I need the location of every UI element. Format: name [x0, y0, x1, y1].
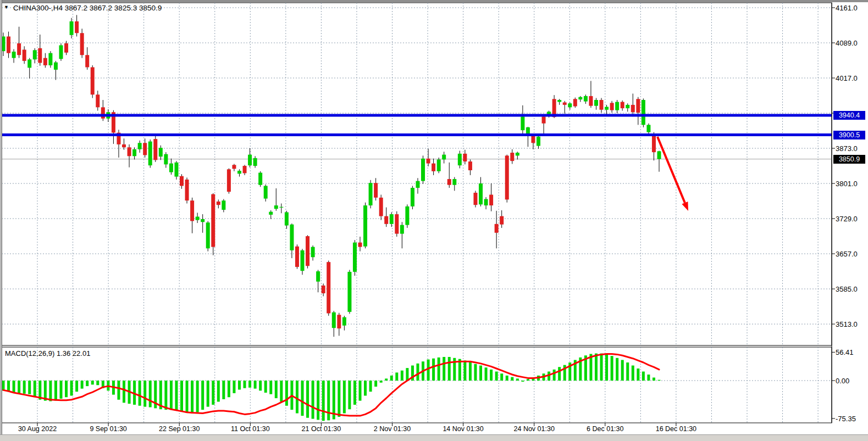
bear-candle — [358, 243, 362, 247]
macd-bar — [70, 381, 73, 395]
macd-bar — [479, 366, 482, 381]
bear-candle — [232, 165, 236, 169]
macd-bar — [191, 381, 193, 414]
macd-axis-label: -75.35 — [836, 414, 856, 422]
price-badge: 3850.9 — [833, 155, 865, 164]
mt4-chart-window: ▼ CHINA300-,H4 3867.2 3867.2 3825.3 3850… — [0, 0, 868, 441]
macd-bar — [2, 381, 5, 390]
price-axis-label: 3513.0 — [836, 320, 858, 328]
price-axis-label: 3585.0 — [836, 285, 858, 293]
macd-bar — [285, 381, 288, 406]
bear-candle — [610, 103, 614, 110]
bull-candle — [248, 155, 252, 166]
bear-candle — [473, 193, 477, 205]
price-axis-label: 4089.0 — [836, 39, 858, 47]
macd-bar — [390, 376, 393, 381]
macd-bar — [96, 381, 99, 385]
macd-bar — [275, 381, 278, 398]
price-badge: 3940.4 — [833, 111, 865, 120]
bull-candle — [642, 100, 645, 125]
bull-candle — [578, 97, 582, 99]
bull-candle — [237, 171, 241, 174]
bull-candle — [264, 186, 268, 198]
macd-bar — [7, 381, 10, 392]
macd-bar — [621, 360, 624, 381]
bull-candle — [148, 142, 152, 166]
bear-candle — [185, 180, 189, 200]
bull-candle — [363, 205, 367, 247]
macd-bar — [521, 381, 524, 382]
bear-candle — [190, 200, 194, 221]
bear-candle — [153, 139, 157, 160]
bull-candle — [174, 163, 178, 177]
bear-candle — [17, 43, 21, 55]
bull-candle — [196, 216, 200, 220]
macd-bar — [600, 354, 603, 381]
bull-candle — [138, 143, 142, 149]
chart-canvas[interactable] — [0, 0, 868, 441]
bull-candle — [353, 243, 357, 272]
bear-candle — [306, 236, 309, 266]
bull-candle — [347, 272, 351, 312]
time-axis-label: 14 Nov 01:30 — [443, 425, 483, 433]
macd-bar — [369, 381, 372, 392]
macd-bar — [653, 378, 655, 381]
bear-candle — [85, 55, 89, 67]
bear-candle — [80, 33, 84, 55]
main-chart-panel[interactable] — [2, 3, 832, 345]
time-axis-label: 6 Dec 01:30 — [587, 425, 623, 433]
bull-candle — [421, 159, 425, 181]
bear-candle — [64, 43, 68, 53]
bear-candle — [337, 315, 341, 328]
macd-bar — [222, 381, 225, 399]
bull-candle — [269, 212, 273, 215]
macd-indicator-label: MACD(12,26,9) 1.36 22.01 — [5, 349, 90, 358]
bear-candle — [621, 102, 624, 109]
macd-panel[interactable] — [2, 347, 832, 423]
bear-candle — [96, 94, 99, 107]
macd-bar — [13, 381, 15, 393]
macd-bar — [516, 378, 519, 381]
macd-bar — [353, 381, 356, 405]
macd-bar — [401, 371, 403, 381]
bull-candle — [400, 225, 404, 234]
bull-candle — [279, 207, 283, 208]
macd-bar — [611, 356, 613, 381]
bear-candle — [379, 198, 383, 216]
bear-candle — [227, 169, 231, 192]
bull-candle — [48, 53, 52, 65]
price-badge: 3900.5 — [833, 131, 865, 139]
bear-candle — [43, 58, 47, 65]
macd-bar — [196, 381, 199, 412]
macd-bar — [280, 381, 283, 401]
macd-bar — [374, 381, 377, 387]
bear-candle — [510, 153, 514, 161]
bull-candle — [12, 52, 16, 58]
macd-bar — [201, 381, 204, 410]
macd-bar — [427, 360, 430, 381]
symbol-dropdown-triangle-icon[interactable]: ▼ — [4, 4, 9, 10]
bull-candle — [416, 181, 419, 188]
macd-bar — [86, 381, 89, 386]
macd-bar — [75, 381, 78, 392]
macd-bar — [217, 381, 220, 401]
macd-bar — [207, 381, 209, 407]
macd-bar — [490, 370, 493, 381]
macd-bar — [18, 381, 20, 393]
macd-bar — [233, 381, 235, 393]
bull-candle — [584, 96, 588, 102]
bull-candle — [70, 21, 74, 35]
time-axis-label: 24 Nov 01:30 — [514, 425, 555, 433]
macd-bar — [149, 381, 152, 407]
bull-candle — [458, 154, 462, 165]
bear-candle — [322, 286, 325, 293]
bear-candle — [374, 183, 378, 198]
bull-candle — [594, 100, 598, 106]
bear-candle — [463, 154, 467, 161]
bear-candle — [447, 179, 451, 185]
macd-bar — [343, 381, 346, 414]
time-axis-label: 21 Oct 01:30 — [302, 425, 341, 433]
macd-bar — [34, 381, 36, 397]
macd-bar — [186, 381, 189, 413]
bear-candle — [432, 164, 435, 171]
